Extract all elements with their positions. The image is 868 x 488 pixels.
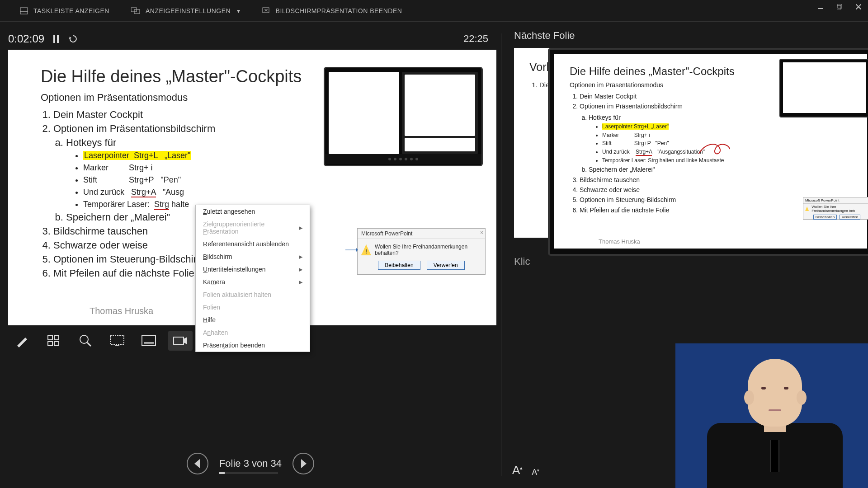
end-slideshow-label: BILDSCHIRMPRÄSENTATION BEENDEN [276, 7, 402, 14]
svg-point-21 [80, 335, 88, 343]
svg-marker-16 [356, 248, 358, 252]
prev-slide-button[interactable] [187, 453, 208, 474]
restart-timer-button[interactable] [68, 33, 79, 44]
slide-author: Thomas Hruska [90, 306, 153, 316]
end-slideshow-icon [262, 7, 270, 15]
svg-rect-8 [838, 4, 842, 8]
clock-time: 22:25 [463, 33, 488, 45]
svg-rect-25 [142, 336, 156, 346]
camera-toggle-button[interactable] [168, 331, 193, 351]
svg-line-22 [87, 343, 91, 346]
subtitle-button[interactable] [137, 331, 161, 351]
taskbar-icon [20, 7, 28, 15]
dialog-arrow-icon [345, 248, 358, 252]
warning-icon: ! [361, 244, 371, 255]
presenter-topbar: TASKLEISTE ANZEIGEN ANZEIGEEINSTELLUNGEN… [0, 0, 868, 22]
menu-screen[interactable]: Bildschirm▶ [196, 250, 310, 263]
next-slide-button[interactable] [292, 453, 314, 474]
mon-mini-monitor [779, 59, 868, 117]
presenter-left-pane: 0:02:09 22:25 Die Hilfe deines „Master"-… [0, 22, 501, 488]
pen-tool-button[interactable] [10, 331, 34, 351]
notes-font-controls: A▴ A▾ [512, 463, 539, 477]
svg-rect-1 [20, 8, 28, 12]
monitor-photo: Die Hilfe deines „Master"-Cockpits Optio… [548, 48, 868, 256]
menu-help[interactable]: Hilfe [196, 314, 310, 326]
svg-rect-12 [53, 35, 55, 43]
svg-rect-13 [57, 35, 59, 43]
presenter-context-menu: ZZuletzt angesehenuletzt angesehen Zielg… [195, 205, 310, 352]
menu-last-viewed[interactable]: ZZuletzt angesehenuletzt angesehen [196, 205, 310, 218]
close-button[interactable] [854, 3, 863, 11]
hotkey-pen: Stift Strg+P "Pen" [83, 174, 475, 186]
end-slideshow-button[interactable]: BILDSCHIRMPRÄSENTATION BEENDEN [262, 7, 402, 15]
font-increase-button[interactable]: A▴ [512, 463, 523, 477]
slide-counter: Folie 3 von 34 [219, 458, 282, 469]
slide-sorter-button[interactable] [42, 331, 66, 351]
restore-button[interactable] [835, 3, 844, 11]
mon-item-2a: Hotkeys für Laserpointer Strg+L „Laser" … [589, 113, 854, 164]
minimize-button[interactable] [816, 3, 825, 11]
menu-pause: Anhalten [196, 326, 310, 339]
dialog-close-icon[interactable]: × [480, 230, 483, 236]
svg-rect-18 [54, 336, 59, 340]
mon-item-4: Schwarze oder weise [580, 185, 854, 195]
menu-subtitle-settings[interactable]: Untertiteleinstellungen▶ [196, 263, 310, 276]
mon-dialog-keep: Beibehalten [813, 215, 837, 220]
menu-hide-presenter-view[interactable]: Referentenansicht ausblenden [196, 238, 310, 250]
display-settings-label: ANZEIGEEINSTELLUNGEN [146, 7, 231, 14]
svg-rect-23 [110, 335, 124, 344]
slide-monitor-graphic [324, 67, 483, 166]
pause-button[interactable] [51, 33, 61, 44]
mon-item-3: Bildschirme tauschen [580, 175, 854, 185]
ink-keep-dialog: Microsoft PowerPoint× !Wollen Sie Ihre F… [357, 228, 486, 275]
menu-end-presentation[interactable]: Präsentation beenden [196, 339, 310, 352]
notes-placeholder[interactable]: Klic [514, 256, 858, 267]
mon-dialog-title: Microsoft PowerPoint [803, 197, 868, 204]
mon-dialog-msg: Wollen Sie Ihre Freihandanmerkungen beh [811, 205, 868, 213]
mon-hk5: Temporärer Laser: Strg halten und linke … [602, 156, 854, 165]
mon-dialog: Microsoft PowerPoint Wollen Sie Ihre Fre… [803, 197, 868, 220]
menu-camera[interactable]: Kamera▶ [196, 276, 310, 288]
chevron-down-icon: ▾ [237, 7, 241, 14]
timer-row: 0:02:09 22:25 [8, 30, 501, 50]
svg-marker-29 [194, 459, 200, 468]
mon-dialog-discard: Verwerfen [840, 215, 860, 220]
svg-marker-28 [184, 337, 187, 344]
svg-rect-0 [20, 12, 28, 14]
elapsed-time: 0:02:09 [8, 33, 44, 45]
svg-rect-19 [48, 342, 52, 346]
dialog-message: Wollen Sie Ihre Freihandanmerkungen beha… [375, 244, 481, 256]
svg-rect-27 [174, 337, 184, 344]
mon-hk1: Laserpointer Strg+L „Laser" [602, 122, 854, 131]
dialog-keep-button[interactable]: Beibehalten [378, 261, 420, 270]
svg-marker-30 [301, 459, 307, 468]
menu-keep-slides-updated: Folien aktualisiert halten [196, 288, 310, 301]
dialog-title: Microsoft PowerPoint× [358, 229, 485, 239]
show-taskbar-button[interactable]: TASKLEISTE ANZEIGEN [20, 7, 109, 15]
dialog-discard-button[interactable]: Verwerfen [427, 261, 465, 270]
font-decrease-button[interactable]: A▾ [532, 468, 539, 477]
display-settings-icon [131, 7, 140, 15]
next-slide-heading: Nächste Folie [514, 30, 858, 42]
presenter-right-pane: Nächste Folie Vorbereiten auf die Präsen… [501, 22, 868, 488]
svg-rect-20 [54, 342, 59, 346]
hotkey-back: Und zurück Strg+A "Ausg [83, 186, 475, 198]
display-settings-button[interactable]: ANZEIGEEINSTELLUNGEN ▾ [131, 7, 241, 15]
window-controls [816, 3, 863, 11]
mon-hk2: Marker Strg+ i [602, 131, 854, 140]
svg-rect-9 [837, 5, 841, 9]
svg-rect-17 [48, 336, 52, 340]
show-taskbar-label: TASKLEISTE ANZEIGEN [33, 7, 109, 14]
mon-item-2b: Speichern der „Malerei" [589, 164, 854, 174]
menu-slides: Folien [196, 301, 310, 314]
mon-ink-scribble [697, 140, 731, 156]
zoom-button[interactable] [73, 331, 98, 351]
menu-audience-presentation: Zielgruppenorientierte Präsentation▶ [196, 218, 310, 238]
slide-navigation: Folie 3 von 34 [0, 453, 501, 474]
black-screen-button[interactable] [105, 331, 129, 351]
mon-author: Thomas Hruska [599, 238, 640, 245]
camera-feed[interactable] [675, 343, 868, 488]
